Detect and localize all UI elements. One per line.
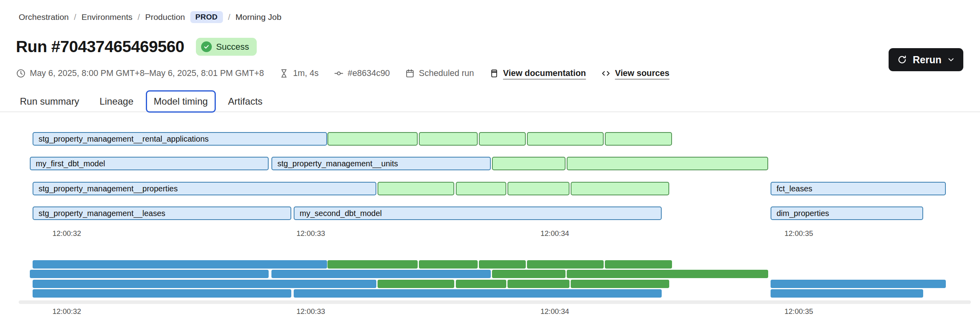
axis-tick-label: 12:00:33 (296, 229, 325, 238)
gantt-bar[interactable] (527, 132, 604, 146)
gantt-bar[interactable]: my_second_dbt_model (294, 206, 662, 220)
gantt-bar[interactable]: dim_properties (771, 206, 923, 220)
axis-tick-label: 12:00:34 (540, 307, 569, 316)
gantt-bar[interactable]: my_first_dbt_model (30, 157, 269, 170)
gantt-bar[interactable] (492, 157, 566, 170)
minimap-bar (33, 289, 291, 298)
gantt-bar[interactable] (567, 157, 768, 170)
minimap-bar (771, 280, 946, 288)
gantt-bar-label: stg_property_management__rental_applicat… (33, 134, 209, 144)
gantt-bar[interactable] (378, 182, 454, 195)
minimap-bar (271, 270, 491, 278)
minimap-bar (492, 270, 566, 278)
gantt-bar[interactable] (507, 182, 569, 195)
minimap-bar (33, 280, 376, 288)
minimap-bar (294, 289, 662, 298)
scrollbar-track[interactable] (19, 300, 971, 304)
tab-artifacts[interactable]: Artifacts (220, 90, 271, 113)
gantt-bar[interactable]: fct_leases (771, 182, 946, 195)
axis-tick-label: 12:00:32 (52, 307, 81, 316)
axis-tick-label: 12:00:34 (540, 229, 569, 238)
gantt-bar-label: my_first_dbt_model (31, 159, 105, 168)
gantt-bar[interactable]: stg_property_management__units (271, 157, 491, 170)
minimap-bar (419, 260, 478, 269)
tab-run-summary[interactable]: Run summary (12, 90, 87, 113)
model-timing-chart: stg_property_management__rental_applicat… (0, 0, 980, 335)
gantt-bar-label: fct_leases (771, 184, 812, 193)
gantt-bar-label: my_second_dbt_model (294, 209, 382, 218)
gantt-bar[interactable]: stg_property_management__rental_applicat… (33, 132, 327, 146)
gantt-bar-label: stg_property_management__properties (33, 184, 178, 193)
gantt-bar-label: dim_properties (771, 209, 829, 218)
minimap-bar (378, 280, 454, 288)
gantt-bar[interactable] (456, 182, 506, 195)
tab-model-timing[interactable]: Model timing (146, 90, 216, 113)
axis-tick-label: 12:00:32 (52, 229, 81, 238)
minimap-bar (456, 280, 506, 288)
minimap-bar (567, 270, 768, 278)
axis-tick-label: 12:00:35 (784, 229, 813, 238)
gantt-bar-label: stg_property_management__units (272, 159, 398, 168)
minimap-bar (479, 260, 526, 269)
gantt-bar[interactable] (419, 132, 478, 146)
minimap-bar (507, 280, 569, 288)
minimap-bar (571, 280, 669, 288)
minimap-bar (605, 260, 672, 269)
gantt-bar[interactable] (479, 132, 526, 146)
tab-lineage[interactable]: Lineage (91, 90, 141, 113)
gantt-bar[interactable] (605, 132, 672, 146)
gantt-bar-label: stg_property_management__leases (33, 209, 165, 218)
minimap-bar (327, 260, 418, 269)
gantt-bar[interactable] (571, 182, 669, 195)
axis-tick-label: 12:00:35 (784, 307, 813, 316)
gantt-bar[interactable]: stg_property_management__properties (33, 182, 376, 195)
minimap-bar (771, 289, 923, 298)
minimap-bar (33, 260, 327, 269)
axis-tick-label: 12:00:33 (296, 307, 325, 316)
minimap-bar (527, 260, 604, 269)
tab-bar: Run summaryLineageModel timingArtifacts (12, 90, 271, 113)
minimap-bar (30, 270, 269, 278)
gantt-bar[interactable] (327, 132, 418, 146)
gantt-bar[interactable]: stg_property_management__leases (33, 206, 291, 220)
